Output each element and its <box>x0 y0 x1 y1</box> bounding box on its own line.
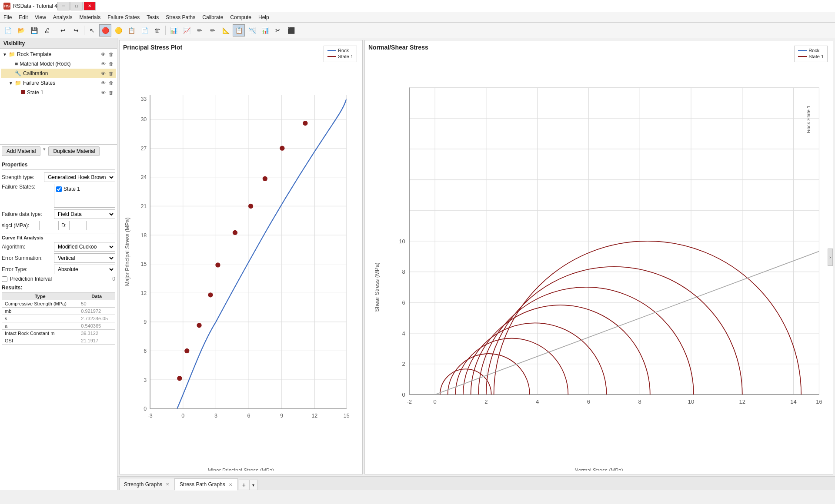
error-summation-select[interactable]: Vertical <box>54 253 115 263</box>
visibility-toggle[interactable]: 👁 <box>100 80 107 86</box>
svg-text:12: 12 <box>739 398 745 405</box>
square-button[interactable]: ⬛ <box>285 24 297 36</box>
svg-point-47 <box>248 204 253 209</box>
expand-right-button[interactable]: › <box>828 249 833 266</box>
chart1-button[interactable]: 📊 <box>167 24 180 36</box>
edit-button[interactable]: ✏ <box>194 24 206 36</box>
result-data: 21.1917 <box>78 337 115 345</box>
menubar: File Edit View Analysis Materials Failur… <box>0 12 835 23</box>
tab-strength-close[interactable]: ✕ <box>165 481 170 487</box>
tree-item-state1[interactable]: State 1 👁 🗑 <box>1 88 116 97</box>
tab-stress-close[interactable]: ✕ <box>228 482 233 487</box>
tab-dropdown-button[interactable]: ▾ <box>249 480 258 490</box>
save-button[interactable]: 💾 <box>28 24 40 36</box>
error-summation-row: Error Summation: Vertical <box>2 253 115 263</box>
menu-help[interactable]: Help <box>255 12 273 23</box>
maximize-button[interactable]: □ <box>70 2 83 10</box>
delete-icon[interactable]: 🗑 <box>107 80 114 86</box>
undo-button[interactable]: ↩ <box>57 24 69 36</box>
bar-button[interactable]: 📊 <box>259 24 271 36</box>
open-button[interactable]: 📂 <box>15 24 27 36</box>
d-input[interactable]: 0.5 <box>69 221 87 230</box>
tab-add-button[interactable]: + <box>239 480 249 490</box>
visibility-toggle[interactable]: 👁 <box>100 70 107 77</box>
visibility-toggle[interactable]: 👁 <box>100 51 107 58</box>
failure-data-type-select[interactable]: Field Data <box>54 209 115 219</box>
chart2-button[interactable]: 📈 <box>180 24 193 36</box>
graph-button[interactable]: 📉 <box>246 24 258 36</box>
visibility-toggle[interactable]: 👁 <box>100 60 107 67</box>
calibration-label: Calibration <box>23 70 100 76</box>
error-summation-label: Error Summation: <box>2 255 54 261</box>
delete-icon[interactable]: 🗑 <box>107 70 114 77</box>
expand-spacer <box>15 90 21 95</box>
tree-item-failure-states[interactable]: ▼ 📁 Failure States 👁 🗑 <box>1 78 116 88</box>
delete-material-button[interactable]: 🟡 <box>112 24 124 36</box>
menu-stress-paths[interactable]: Stress Paths <box>162 12 199 23</box>
main-layout: Visibility ▼ 📁 Rock Template 👁 🗑 ■ Mater… <box>0 38 835 490</box>
measure-button[interactable]: 📐 <box>220 24 232 36</box>
cut-button[interactable]: ✂ <box>272 24 284 36</box>
state1-checkbox[interactable] <box>56 186 62 192</box>
menu-calibrate[interactable]: Calibrate <box>199 12 227 23</box>
svg-text:21: 21 <box>140 203 147 209</box>
tree-item-material-model[interactable]: ■ Material Model (Rock) 👁 🗑 <box>1 59 116 69</box>
svg-text:18: 18 <box>140 232 147 239</box>
clear-button[interactable]: 🗑 <box>151 24 164 36</box>
paste-button[interactable]: 📄 <box>138 24 150 36</box>
add-material-button[interactable]: Add Material <box>2 146 40 156</box>
delete-icon[interactable]: 🗑 <box>107 51 114 58</box>
result-data: 39.3122 <box>78 330 115 337</box>
svg-text:-3: -3 <box>148 413 153 419</box>
redo-button[interactable]: ↪ <box>70 24 82 36</box>
menu-analysis[interactable]: Analysis <box>50 12 76 23</box>
failure-states-icon: 📁 <box>15 80 21 86</box>
algorithm-select[interactable]: Modified Cuckoo <box>54 242 115 252</box>
menu-file[interactable]: File <box>0 12 15 23</box>
rock-template-label: Rock Template <box>17 51 100 57</box>
result-type: Compressive Strength (MPa) <box>2 300 78 308</box>
svg-text:6: 6 <box>247 413 250 419</box>
minimize-button[interactable]: ─ <box>57 2 70 10</box>
new-button[interactable]: 📄 <box>2 24 14 36</box>
menu-view[interactable]: View <box>31 12 50 23</box>
menu-edit[interactable]: Edit <box>15 12 31 23</box>
sigci-label: sigci (MPa): <box>2 222 37 229</box>
svg-text:4: 4 <box>536 398 539 405</box>
col-type: Type <box>2 293 78 300</box>
failure-data-type-label: Failure data type: <box>2 211 54 217</box>
tab-stress-path-graphs[interactable]: Stress Path Graphs ✕ <box>175 478 238 491</box>
svg-text:3: 3 <box>144 377 147 383</box>
svg-text:10: 10 <box>399 238 405 245</box>
toolbar: 📄 📂 💾 🖨 ↩ ↪ ↖ 🔴 🟡 📋 📄 🗑 📊 📈 ✏ ✏ 📐 📋 📉 📊 … <box>0 23 835 38</box>
prediction-interval-checkbox[interactable] <box>2 276 7 282</box>
error-type-select[interactable]: Absolute <box>54 265 115 274</box>
strength-type-select[interactable]: Generalized Hoek Brown <box>44 172 115 182</box>
principal-stress-plot: Principal Stress Plot Rock State 1 <box>119 40 363 474</box>
table-button[interactable]: 📋 <box>233 24 245 36</box>
copy-button[interactable]: 📋 <box>125 24 137 36</box>
menu-failure-states[interactable]: Failure States <box>104 12 143 23</box>
curve-fit-title: Curve Fit Analysis <box>2 233 115 240</box>
edit2-button[interactable]: ✏ <box>207 24 219 36</box>
menu-compute[interactable]: Compute <box>227 12 255 23</box>
visibility-toggle[interactable]: 👁 <box>100 89 107 96</box>
add-material-toolbar-button[interactable]: 🔴 <box>99 24 111 36</box>
close-button[interactable]: ✕ <box>84 2 96 10</box>
dropdown-arrow[interactable]: ▾ <box>42 146 47 156</box>
delete-icon[interactable]: 🗑 <box>107 89 114 96</box>
print-button[interactable]: 🖨 <box>41 24 53 36</box>
sigci-input[interactable]: 50 <box>39 221 59 230</box>
tree-item-calibration[interactable]: 🔧 Calibration 👁 🗑 <box>1 69 116 78</box>
result-data: 50 <box>78 300 115 308</box>
select-button[interactable]: ↖ <box>86 24 98 36</box>
duplicate-material-button[interactable]: Duplicate Material <box>48 146 100 156</box>
menu-tests[interactable]: Tests <box>143 12 162 23</box>
tab-strength-label: Strength Graphs <box>124 481 162 487</box>
delete-icon[interactable]: 🗑 <box>107 60 114 67</box>
tab-strength-graphs[interactable]: Strength Graphs ✕ <box>119 478 175 490</box>
failure-data-type-row: Failure data type: Field Data <box>2 209 115 219</box>
tree-item-rock-template[interactable]: ▼ 📁 Rock Template 👁 🗑 <box>1 50 116 59</box>
menu-materials[interactable]: Materials <box>76 12 104 23</box>
content-area: Principal Stress Plot Rock State 1 <box>117 38 835 490</box>
